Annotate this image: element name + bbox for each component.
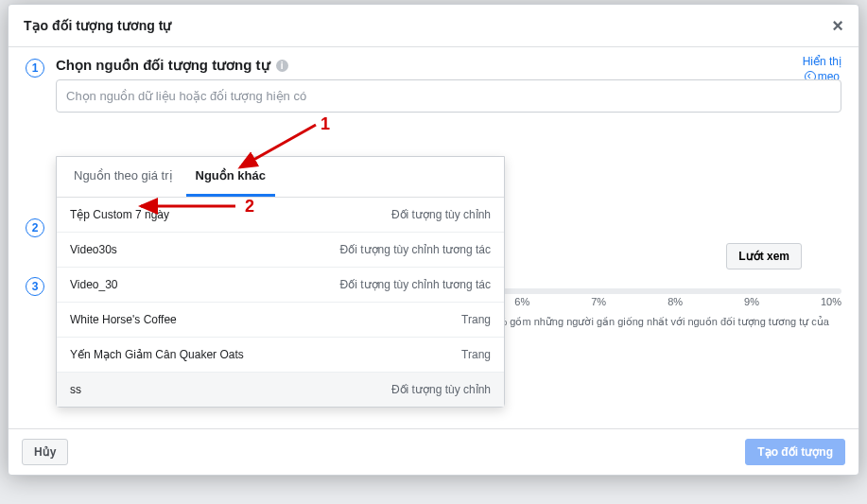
- list-item[interactable]: Yến Mạch Giảm Cân Quaker Oats Trang: [57, 338, 504, 373]
- tab-other-sources[interactable]: Nguồn khác: [186, 157, 275, 197]
- step-badge-2: 2: [26, 218, 44, 237]
- create-audience-button[interactable]: Tạo đối tượng: [745, 439, 845, 465]
- step-1: 1 Chọn nguồn đối tượng tương tự i: [26, 57, 841, 113]
- item-name: Video_30: [70, 278, 118, 291]
- modal-title: Tạo đối tượng tương tự: [24, 18, 171, 33]
- tick: 6%: [514, 296, 529, 307]
- item-type: Đối tượng tùy chỉnh: [391, 383, 491, 396]
- browse-button[interactable]: Lướt xem: [726, 243, 802, 269]
- dropdown-tabs: Nguồn theo giá trị Nguồn khác: [57, 157, 504, 198]
- item-name: Yến Mạch Giảm Cân Quaker Oats: [70, 348, 244, 361]
- tab-value-sources[interactable]: Nguồn theo giá trị: [64, 157, 182, 197]
- modal-header: Tạo đối tượng tương tự ×: [9, 5, 858, 47]
- cancel-button[interactable]: Hủy: [22, 439, 68, 465]
- modal-footer: Hủy Tạo đối tượng: [9, 428, 858, 475]
- item-name: ss: [70, 383, 81, 396]
- step-1-content: Chọn nguồn đối tượng tương tự i: [56, 57, 841, 113]
- item-name: Video30s: [70, 243, 117, 256]
- item-type: Trang: [461, 313, 491, 326]
- list-item[interactable]: Video_30 Đối tượng tùy chỉnh tương tác: [57, 268, 504, 303]
- source-dropdown: Nguồn theo giá trị Nguồn khác Tệp Custom…: [56, 156, 505, 408]
- close-icon[interactable]: ×: [832, 16, 843, 35]
- dropdown-list: Tệp Custom 7 ngày Đối tượng tùy chỉnh Vi…: [57, 198, 504, 407]
- list-item[interactable]: ss Đối tượng tùy chỉnh: [57, 373, 504, 407]
- item-type: Trang: [461, 348, 491, 361]
- source-input[interactable]: [56, 79, 841, 113]
- list-item[interactable]: White Horse's Coffee Trang: [57, 303, 504, 338]
- item-type: Đối tượng tùy chỉnh tương tác: [340, 243, 491, 256]
- tick: 8%: [668, 296, 683, 307]
- list-item[interactable]: Video30s Đối tượng tùy chỉnh tương tác: [57, 233, 504, 268]
- tick: 10%: [821, 296, 841, 307]
- item-name: Tệp Custom 7 ngày: [70, 208, 169, 221]
- annotation-label-1: 1: [321, 114, 330, 133]
- step-badge-3: 3: [26, 277, 44, 296]
- tick: 9%: [744, 296, 759, 307]
- step-1-title-row: Chọn nguồn đối tượng tương tự i: [56, 57, 841, 74]
- item-type: Đối tượng tùy chỉnh tương tác: [340, 278, 491, 291]
- info-icon[interactable]: i: [276, 60, 288, 72]
- modal-body: Hiển thị meo 1 Chọn nguồn đối tượng tươn…: [9, 47, 858, 428]
- step-1-title: Chọn nguồn đối tượng tương tự: [56, 57, 270, 74]
- list-item[interactable]: Tệp Custom 7 ngày Đối tượng tùy chỉnh: [57, 198, 504, 233]
- step-badge-1: 1: [26, 59, 44, 78]
- item-name: White Horse's Coffee: [70, 313, 177, 326]
- lookalike-modal: Tạo đối tượng tương tự × Hiển thị meo 1 …: [8, 4, 859, 476]
- item-type: Đối tượng tùy chỉnh: [391, 208, 491, 221]
- tick: 7%: [591, 296, 606, 307]
